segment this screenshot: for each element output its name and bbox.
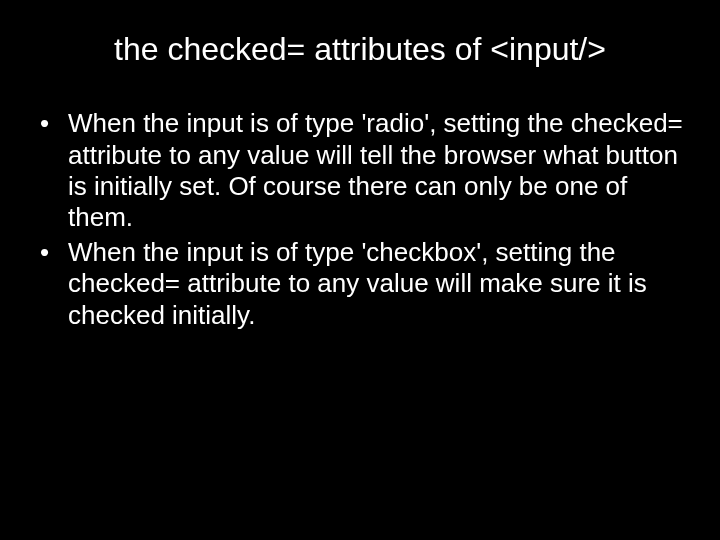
- bullet-marker-icon: •: [40, 237, 68, 268]
- slide-title: the checked= attributes of <input/>: [30, 30, 690, 68]
- bullet-text: When the input is of type 'radio', setti…: [68, 108, 690, 233]
- slide: the checked= attributes of <input/> • Wh…: [0, 0, 720, 540]
- slide-body: • When the input is of type 'radio', set…: [30, 108, 690, 330]
- bullet-item: • When the input is of type 'radio', set…: [40, 108, 690, 233]
- bullet-marker-icon: •: [40, 108, 68, 139]
- bullet-item: • When the input is of type 'checkbox', …: [40, 237, 690, 331]
- bullet-text: When the input is of type 'checkbox', se…: [68, 237, 690, 331]
